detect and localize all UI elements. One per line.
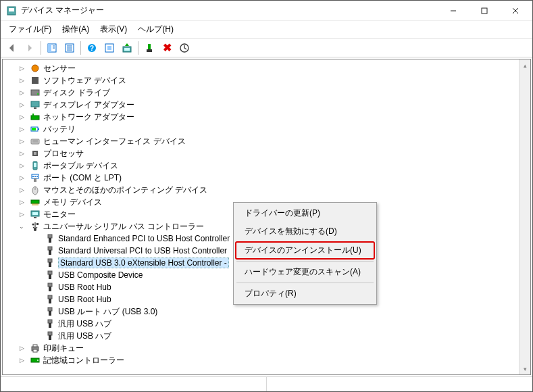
hid-icon: [30, 136, 41, 147]
menu-separator: [236, 261, 374, 262]
tree-node[interactable]: ▷ディスク ドライブ: [15, 87, 519, 99]
window-title: デバイス マネージャー: [21, 5, 438, 16]
svg-rect-38: [34, 152, 36, 155]
tree-node-label: マウスとそのほかのポインティング デバイス: [43, 185, 207, 196]
tree-node-label: Standard Universal PCI to USB Host Contr…: [58, 246, 227, 255]
tree-node-label: ディスク ドライブ: [43, 87, 110, 99]
tree-node[interactable]: ▷センサー: [15, 62, 519, 74]
tree-node[interactable]: ▷印刷キュー: [15, 342, 519, 354]
tree-node-label: 印刷キュー: [43, 343, 84, 354]
uninstall-button[interactable]: ✖: [159, 40, 175, 56]
expander-icon[interactable]: ▷: [18, 356, 26, 364]
update-driver-button[interactable]: [119, 40, 135, 56]
svg-point-57: [34, 228, 36, 231]
cpu-icon: [30, 148, 41, 159]
expander-icon[interactable]: ▷: [18, 89, 26, 97]
svg-rect-33: [32, 128, 36, 130]
svg-point-58: [32, 224, 34, 226]
tree-node[interactable]: ▷プロセッサ: [15, 147, 519, 160]
menu-view[interactable]: 表示(V): [95, 22, 132, 36]
app-icon: [6, 5, 17, 16]
svg-rect-45: [34, 178, 36, 182]
expander-icon[interactable]: ⌄: [18, 222, 26, 230]
menu-help[interactable]: ヘルプ(H): [132, 22, 179, 36]
menu-disable-device[interactable]: デバイスを無効にする(D): [235, 222, 375, 241]
expander-icon[interactable]: ▷: [18, 186, 26, 194]
tree-node[interactable]: ▷ポート (COM と LPT): [15, 172, 519, 184]
menu-file[interactable]: ファイル(F): [3, 22, 57, 36]
port-icon: [30, 172, 41, 183]
svg-rect-24: [32, 77, 39, 84]
tree-node-label: ネットワーク アダプター: [43, 112, 134, 123]
minimize-button[interactable]: [438, 1, 469, 21]
svg-rect-1: [9, 8, 14, 11]
tree-node-label: プロセッサ: [43, 148, 84, 160]
svg-rect-19: [124, 48, 130, 51]
enable-button[interactable]: [141, 40, 157, 56]
tree-child-node[interactable]: 汎用 USB ハブ: [15, 318, 519, 330]
tree-child-node[interactable]: USB ルート ハブ (USB 3.0): [15, 305, 519, 318]
svg-rect-29: [31, 116, 39, 120]
expander-icon[interactable]: ▷: [18, 137, 26, 145]
svg-text:?: ?: [90, 45, 94, 52]
tree-node-label: Standard USB 3.0 eXtensible Host Control…: [58, 258, 229, 268]
svg-rect-28: [34, 107, 36, 109]
toolbar: ? ✖: [1, 39, 532, 57]
tree-node-label: センサー: [43, 63, 76, 74]
menu-uninstall-device[interactable]: デバイスのアンインストール(U): [235, 241, 375, 260]
memory-icon: [30, 197, 41, 207]
scan-button[interactable]: [101, 40, 118, 56]
svg-rect-70: [48, 295, 52, 299]
expander-icon[interactable]: ▷: [18, 162, 26, 170]
software-icon: [30, 75, 41, 86]
usb-icon: [45, 282, 55, 293]
properties-button[interactable]: [61, 40, 78, 56]
back-button[interactable]: [4, 40, 20, 56]
svg-rect-30: [32, 114, 34, 116]
svg-rect-40: [34, 163, 36, 167]
expander-icon[interactable]: ▷: [18, 125, 26, 133]
menu-update-driver[interactable]: ドライバーの更新(P): [235, 204, 375, 222]
svg-rect-63: [49, 250, 51, 255]
scan-hardware-button[interactable]: [176, 40, 193, 56]
svg-rect-65: [49, 262, 51, 267]
close-button[interactable]: [500, 1, 531, 21]
help-button[interactable]: ?: [84, 40, 100, 56]
separator-icon: [80, 41, 81, 55]
menu-properties[interactable]: プロパティ(R): [235, 285, 375, 303]
tree-node[interactable]: ▷ヒューマン インターフェイス デバイス: [15, 135, 519, 147]
svg-rect-71: [49, 299, 51, 303]
tree-node-label: 汎用 USB ハブ: [58, 318, 111, 330]
expander-icon[interactable]: ▷: [18, 174, 26, 182]
expander-icon[interactable]: ▷: [18, 76, 26, 84]
expander-icon[interactable]: ▷: [18, 344, 26, 352]
svg-rect-76: [48, 332, 52, 335]
tree-node-label: ポート (COM と LPT): [43, 172, 122, 184]
tree-child-node[interactable]: 汎用 USB ハブ: [15, 330, 519, 342]
expander-icon[interactable]: ▷: [18, 101, 26, 109]
expander-icon[interactable]: ▷: [18, 198, 26, 206]
expander-icon[interactable]: ▷: [18, 210, 26, 218]
show-hide-button[interactable]: [44, 40, 60, 56]
tree-node[interactable]: ▷ソフトウェア デバイス: [15, 74, 519, 87]
tree-node-label: USB Composite Device: [58, 270, 143, 280]
tree-node[interactable]: ▷マウスとそのほかのポインティング デバイス: [15, 184, 519, 196]
expander-icon[interactable]: ▷: [18, 113, 26, 121]
menu-action[interactable]: 操作(A): [57, 22, 95, 36]
tree-node[interactable]: ▷ネットワーク アダプター: [15, 111, 519, 123]
forward-button[interactable]: [22, 40, 38, 56]
expander-icon[interactable]: ▷: [18, 64, 26, 72]
menu-scan-hardware[interactable]: ハードウェア変更のスキャン(A): [235, 263, 375, 281]
tree-node[interactable]: ▷バッテリ: [15, 123, 519, 135]
maximize-button[interactable]: [469, 1, 500, 21]
context-menu: ドライバーの更新(P) デバイスを無効にする(D) デバイスのアンインストール(…: [233, 202, 377, 305]
tree-node[interactable]: ▷ディスプレイ アダプター: [15, 99, 519, 111]
scroll-up-icon[interactable]: ▴: [519, 59, 530, 71]
tree-node-label: ユニバーサル シリアル バス コントローラー: [43, 221, 204, 232]
expander-icon[interactable]: ▷: [18, 149, 26, 157]
svg-rect-67: [49, 274, 51, 279]
tree-node[interactable]: ▷記憶域コントローラー: [15, 354, 519, 366]
tree-node[interactable]: ▷ポータブル デバイス: [15, 160, 519, 172]
vertical-scrollbar[interactable]: ▴ ▾: [519, 59, 530, 374]
scroll-down-icon[interactable]: ▾: [519, 363, 530, 374]
